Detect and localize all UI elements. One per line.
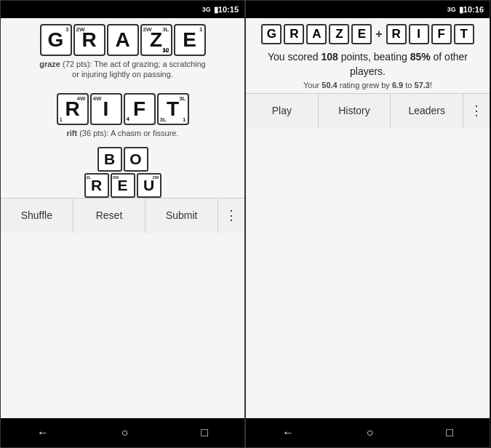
- rift-tile-T-corner-bl: 3L: [160, 116, 167, 123]
- right-time: 10:16: [463, 5, 484, 14]
- title-tile-T: T: [454, 24, 474, 44]
- rift-tile-R-top: 4W: [77, 95, 86, 102]
- shuffle-tab[interactable]: Shuffle: [1, 199, 73, 233]
- left-nav-tabs: Shuffle Reset Submit ⋮: [1, 198, 244, 233]
- rack-tile-B[interactable]: B: [97, 147, 122, 172]
- tile-A: A: [107, 24, 139, 56]
- title-tile-Z: Z: [329, 24, 349, 44]
- left-signal: 3G: [202, 6, 211, 13]
- title-bar: G R A Z E + R I F T: [246, 18, 490, 47]
- leaders-tab[interactable]: Leaders: [391, 94, 463, 128]
- recents-button[interactable]: □: [201, 426, 208, 439]
- right-more-options[interactable]: ⋮: [463, 94, 490, 128]
- graze-tile-row: G 3 R 2W A Z 3L 2: [40, 24, 206, 56]
- rack-tile-R[interactable]: R 2L: [84, 173, 109, 198]
- left-phone: 3G ▮ 10:15 G 3 R 2W: [0, 0, 245, 448]
- right-phone: 3G ▮ 10:16 G R A Z E + R I F T You score…: [245, 0, 490, 448]
- tile-G: G 3: [40, 24, 72, 56]
- title-tile-I: I: [409, 24, 429, 44]
- play-tab[interactable]: Play: [246, 94, 319, 128]
- title-tile-E: E: [351, 24, 372, 44]
- rack-top-row: B O: [97, 147, 148, 172]
- rift-definition: rift (36 pts): A chasm or fissure.: [66, 128, 178, 138]
- tile-Z: Z 3L 2W 3L 10: [140, 24, 172, 56]
- score-text: You scored 108 points, beating 85% of ot…: [246, 47, 490, 93]
- tile-G-corner-tr: 3: [65, 26, 68, 33]
- submit-tab[interactable]: Submit: [145, 199, 218, 233]
- left-android-nav: ← ○ □: [1, 418, 244, 447]
- right-main-content: G R A Z E + R I F T You scored 108 point…: [246, 18, 490, 93]
- rack-tile-E[interactable]: E 3W: [111, 173, 135, 198]
- score-pct: 85%: [410, 51, 431, 63]
- left-status-bar: 3G ▮ 10:15: [1, 1, 244, 18]
- tile-R: R 2W: [73, 24, 105, 56]
- rack-bottom-row: R 2L E 3W U 2W: [84, 173, 161, 198]
- score-points: 108: [321, 51, 338, 63]
- right-recents-button[interactable]: □: [446, 426, 453, 439]
- left-main-content: G 3 R 2W A Z 3L 2: [1, 18, 244, 198]
- title-tile-R2: R: [386, 24, 407, 44]
- tile-R-corner-tl: 2W: [76, 26, 85, 33]
- left-screen: G 3 R 2W A Z 3L 2: [1, 18, 244, 418]
- rack-tile-O[interactable]: O: [124, 147, 148, 172]
- tile-Z-corner-tr: 3L: [162, 26, 169, 33]
- tile-E: E 1: [174, 24, 206, 56]
- right-home-button[interactable]: ○: [367, 426, 374, 439]
- rift-tile-I-corner: 4W: [93, 95, 102, 102]
- rack-area: B O R 2L E 3W U 2W: [1, 147, 244, 198]
- home-button[interactable]: ○: [121, 426, 129, 439]
- right-back-button[interactable]: ←: [282, 426, 294, 439]
- graze-section: G 3 R 2W A Z 3L 2: [1, 18, 244, 84]
- history-tab[interactable]: History: [319, 94, 391, 128]
- rift-tile-T: T 3L 3L 1: [157, 93, 189, 125]
- rift-tile-row: R 1 4W I 4W F 4 T: [57, 93, 189, 125]
- title-plus: +: [375, 28, 382, 41]
- rift-tile-R: R 1 4W: [57, 93, 89, 125]
- right-screen: G R A Z E + R I F T You scored 108 point…: [246, 18, 490, 418]
- right-signal: 3G: [447, 6, 456, 13]
- right-nav-tabs: Play History Leaders ⋮: [246, 93, 490, 128]
- rating-text: Your 50.4 rating grew by 6.9 to 57.3!: [255, 80, 481, 91]
- more-options-tab[interactable]: ⋮: [218, 199, 244, 233]
- tile-E-corner-tr: 1: [199, 26, 202, 33]
- left-time: 10:15: [218, 5, 239, 14]
- rift-tile-R-corner: 1: [60, 116, 63, 123]
- reset-tab[interactable]: Reset: [73, 199, 146, 233]
- rift-tile-T-corner-tr: 3L: [179, 95, 185, 102]
- rift-tile-T-corner-br: 1: [183, 116, 185, 123]
- tile-Z-corner-tl: 2W: [143, 26, 152, 33]
- title-tile-R: R: [284, 24, 304, 44]
- rack-tile-U[interactable]: U 2W: [137, 173, 161, 198]
- title-tile-F: F: [431, 24, 452, 44]
- right-android-nav: ← ○ □: [246, 418, 490, 447]
- rift-tile-I: I 4W: [90, 93, 122, 125]
- rift-section: R 1 4W I 4W F 4 T: [1, 87, 244, 143]
- right-status-bar: 3G ▮ 10:16: [246, 1, 490, 18]
- back-button[interactable]: ←: [37, 426, 49, 439]
- title-tile-A: A: [306, 24, 327, 44]
- title-tile-G: G: [261, 24, 282, 44]
- graze-definition: graze (72 pts): The act of grazing; a sc…: [39, 59, 205, 80]
- rift-tile-F: F 4: [124, 93, 156, 125]
